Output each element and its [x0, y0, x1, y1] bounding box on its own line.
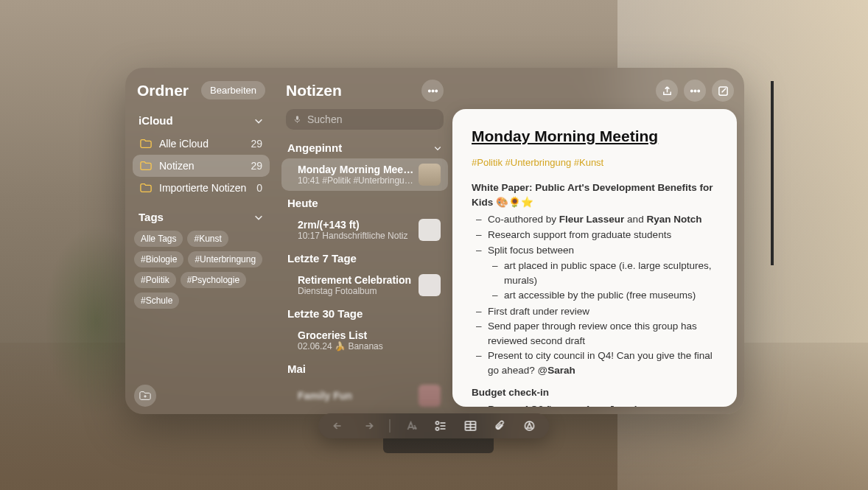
- section-label-tags: Tags: [139, 211, 164, 223]
- note-heading: Monday Morning Meeting: [472, 125, 718, 147]
- new-folder-button[interactable]: [134, 385, 156, 407]
- note-row-title: Monday Morning Meeting: [298, 164, 414, 175]
- tag-kunst[interactable]: #Kunst: [187, 231, 228, 247]
- note-editor[interactable]: Monday Morning Meeting #Politik #Unterbr…: [452, 109, 737, 407]
- note-row-title: 2rm/(+143 ft): [298, 219, 414, 231]
- content-header: [452, 77, 744, 109]
- ellipsis-icon: [690, 85, 701, 97]
- sidebar: Ordner Bearbeiten iCloud Alle iCloud 29 …: [125, 68, 277, 414]
- folder-label: Importierte Notizen: [159, 182, 246, 194]
- note-row-family-fun[interactable]: Family Fun: [281, 379, 448, 412]
- svg-point-1: [432, 90, 433, 91]
- note-row-title: Groceries List: [298, 329, 441, 341]
- list-item: art accessible by the public (free museu…: [504, 288, 718, 303]
- section-today: Heute: [277, 191, 452, 214]
- sidebar-section-tags[interactable]: Tags: [133, 206, 270, 228]
- sidebar-title: Ordner: [137, 82, 189, 99]
- section-last7-label: Letzte 7 Tage: [287, 252, 357, 265]
- note-row-sub: 10:41 #Politik #Unterbringung #K…: [298, 175, 414, 186]
- note-row-sub: 10:17 Handschriftliche Notiz: [298, 231, 414, 241]
- search-input[interactable]: [307, 113, 436, 125]
- list-item: Present to city council in Q4! Can you g…: [488, 349, 718, 377]
- chevron-down-icon: [433, 144, 442, 153]
- svg-rect-3: [296, 116, 298, 120]
- folder-label: Alle iCloud: [159, 138, 209, 150]
- folder-all-icloud[interactable]: Alle iCloud 29: [133, 133, 270, 155]
- share-button[interactable]: [656, 80, 678, 102]
- background-lamp: [757, 81, 787, 265]
- redo-button[interactable]: [360, 418, 377, 434]
- note-row-sub: 02.06.24 🍌 Bananas: [298, 341, 441, 351]
- note-thumbnail: [419, 274, 441, 296]
- more-button[interactable]: [421, 80, 444, 102]
- undo-icon: [332, 419, 346, 433]
- toolbar-divider: [390, 419, 391, 433]
- list-item: First draft under review: [488, 304, 718, 319]
- folder-notizen[interactable]: Notizen 29: [133, 155, 270, 177]
- folder-icon: [140, 139, 152, 149]
- note-thumbnail: [419, 164, 441, 186]
- sidebar-section-icloud[interactable]: iCloud: [133, 110, 270, 131]
- note-row-retirement[interactable]: Retirement Celebration Dienstag Fotoalbu…: [281, 269, 448, 301]
- tag-unterbringung[interactable]: #Unterbringung: [188, 251, 262, 267]
- compose-button[interactable]: [712, 80, 734, 102]
- more-options-button[interactable]: [684, 80, 706, 102]
- checklist-button[interactable]: [433, 418, 449, 434]
- notes-title: Notizen: [286, 82, 342, 99]
- table-icon: [464, 419, 477, 433]
- tag-politik[interactable]: #Politik: [134, 272, 176, 288]
- undo-button[interactable]: [331, 418, 347, 434]
- search-box[interactable]: [286, 109, 444, 130]
- note-row-handwriting[interactable]: 2rm/(+143 ft) 10:17 Handschriftliche Not…: [281, 214, 448, 246]
- section-label-icloud: iCloud: [139, 114, 173, 127]
- folder-count: 29: [251, 160, 262, 172]
- section-today-label: Heute: [287, 197, 318, 209]
- table-button[interactable]: [463, 418, 479, 434]
- paperclip-icon: [494, 419, 507, 433]
- note-row-title: Family Fun: [298, 390, 414, 402]
- tag-schule[interactable]: #Schule: [134, 293, 179, 309]
- edit-button[interactable]: Bearbeiten: [201, 81, 265, 99]
- tag-list: Alle Tags #Kunst #Biologie #Unterbringun…: [133, 228, 270, 312]
- section-last30-label: Letzte 30 Tage: [287, 307, 363, 320]
- folder-list: Alle iCloud 29 Notizen 29 Importierte No…: [133, 133, 270, 199]
- note-content-column: Monday Morning Meeting #Politik #Unterbr…: [452, 68, 744, 414]
- text-icon: [405, 419, 419, 433]
- svg-point-6: [697, 90, 699, 91]
- compose-icon: [718, 85, 729, 97]
- note-row-groceries[interactable]: Groceries List 02.06.24 🍌 Bananas: [281, 324, 448, 357]
- tag-all[interactable]: Alle Tags: [134, 231, 183, 247]
- svg-point-0: [428, 90, 430, 91]
- folder-count: 0: [256, 182, 262, 194]
- note-tagline: #Politik #Unterbringung #Kunst: [472, 156, 718, 170]
- folder-icon: [140, 161, 152, 171]
- note-row-monday-meeting[interactable]: Monday Morning Meeting 10:41 #Politik #U…: [281, 158, 448, 191]
- folder-imported[interactable]: Importierte Notizen 0: [133, 177, 270, 199]
- tag-psychologie[interactable]: #Psychologie: [181, 272, 246, 288]
- note-thumbnail: [419, 385, 441, 407]
- tag-biologie[interactable]: #Biologie: [134, 251, 183, 267]
- section-pinned[interactable]: Angepinnt: [277, 136, 452, 158]
- markup-icon: [523, 419, 536, 433]
- attach-button[interactable]: [492, 418, 508, 434]
- markup-button[interactable]: [522, 418, 538, 434]
- section-last30: Letzte 30 Tage: [277, 301, 452, 324]
- svg-point-9: [436, 427, 439, 430]
- note-section-budget: Budget check-in: [472, 385, 718, 400]
- list-item: art placed in public space (i.e. large s…: [504, 259, 718, 287]
- text-style-button[interactable]: [404, 418, 420, 434]
- chevron-down-icon: [253, 212, 264, 223]
- note-bullets-2: Recap of Q2 finances from Jasmine Discus…: [472, 402, 718, 407]
- note-row-sub: Dienstag Fotoalbum: [298, 286, 414, 296]
- chevron-down-icon: [253, 116, 264, 126]
- section-may-label: Mai: [287, 363, 306, 375]
- ellipsis-icon: [427, 85, 438, 97]
- note-row-title: Retirement Celebration: [298, 274, 414, 286]
- list-item: Split focus between art placed in public…: [488, 243, 718, 303]
- share-icon: [662, 85, 673, 97]
- folder-label: Notizen: [159, 160, 194, 172]
- format-toolbar: [319, 413, 550, 438]
- note-thumbnail: [419, 219, 441, 241]
- checklist-icon: [435, 419, 448, 433]
- list-item: Research support from graduate students: [488, 228, 718, 242]
